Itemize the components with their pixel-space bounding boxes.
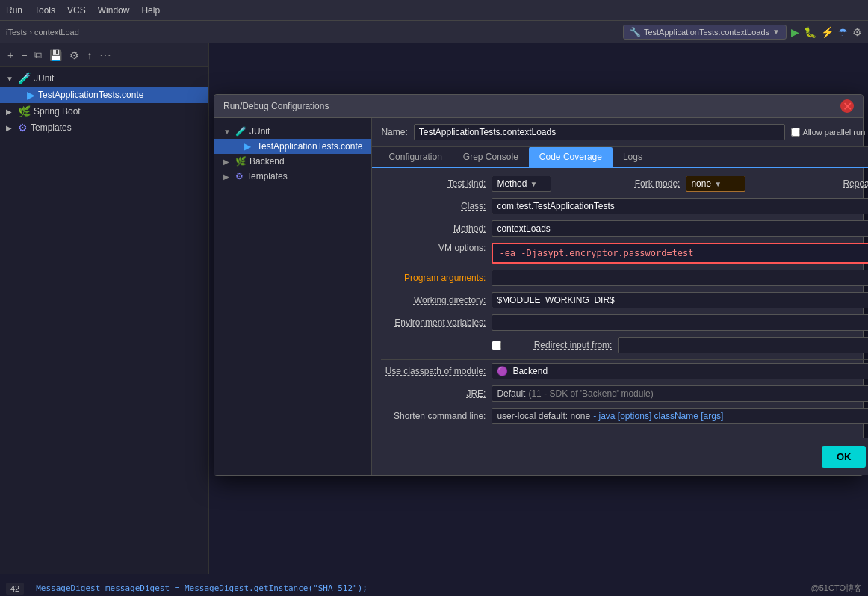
tree-area: ▼ 🧪 JUnit ▶ TestApplicationTests.conte ▶… xyxy=(0,67,208,574)
left-toolbar: + − ⧉ 💾 ⚙ ↑ ⋯ xyxy=(0,43,208,67)
shorten-cmdline-dropdown[interactable]: user-local default: none - java [options… xyxy=(492,408,868,424)
redirect-label: Redirect input from: xyxy=(507,340,612,350)
move-up-button[interactable]: ↑ xyxy=(85,48,93,63)
name-input[interactable] xyxy=(414,124,785,140)
run-config-selector[interactable]: 🔧 TestApplicationTests.contextLoads ▼ xyxy=(623,25,787,40)
classpath-label: Use classpath of module: xyxy=(381,366,486,376)
dlg-junit-label: JUnit xyxy=(249,126,270,137)
tab-logs[interactable]: Logs xyxy=(613,147,653,168)
add-button[interactable]: + xyxy=(6,48,15,63)
fork-mode-value: none xyxy=(691,179,711,189)
class-label: Class: xyxy=(381,201,486,211)
dlg-tree-templates[interactable]: ▶ ⚙ Templates xyxy=(214,169,371,184)
working-dir-input[interactable] xyxy=(492,292,868,308)
jre-row: JRE: Default (11 - SDK of 'Backend' modu… xyxy=(381,385,868,402)
redirect-input[interactable] xyxy=(618,337,868,353)
dlg-tree-test[interactable]: ▶ TestApplicationTests.conte xyxy=(214,139,371,154)
shorten-prefix: user-local default: none xyxy=(497,411,590,421)
status-bar: 42 MessageDigest messageDigest = Message… xyxy=(0,580,868,596)
save-button[interactable]: 💾 xyxy=(48,48,63,63)
junit-label: JUnit xyxy=(34,73,54,84)
status-site: @51CTO博客 xyxy=(811,583,862,594)
method-label: Method: xyxy=(381,223,486,234)
dlg-junit-arrow: ▼ xyxy=(223,128,232,136)
classpath-module-dropdown[interactable]: 🟣 Backend ▼ xyxy=(492,363,868,379)
working-dir-row: Working directory: + 📁 xyxy=(381,292,868,308)
fork-mode-label: Fork mode: xyxy=(575,179,680,189)
templates-arrow-icon: ▶ xyxy=(6,124,15,132)
shorten-detail: - java [options] className [args] xyxy=(593,411,723,421)
main-layout: + − ⧉ 💾 ⚙ ↑ ⋯ ▼ 🧪 JUnit ▶ TestApplicatio… xyxy=(0,43,868,574)
tab-configuration[interactable]: Configuration xyxy=(378,147,452,168)
ok-button[interactable]: OK xyxy=(822,446,867,468)
dlg-tree-junit[interactable]: ▼ 🧪 JUnit xyxy=(214,124,371,139)
vm-options-input[interactable] xyxy=(492,243,868,264)
method-input[interactable] xyxy=(492,220,868,237)
env-vars-row: Environment variables: $ xyxy=(381,314,868,331)
test-icon: ▶ xyxy=(27,89,35,101)
settings-icon[interactable]: ⚙ xyxy=(852,26,862,38)
menu-help[interactable]: Help xyxy=(141,5,160,16)
tree-item-templates[interactable]: ▶ ⚙ Templates xyxy=(0,119,208,136)
springboot-arrow-icon: ▶ xyxy=(6,108,15,116)
tab-code-coverage[interactable]: Code Coverage xyxy=(529,147,613,168)
test-kind-dropdown[interactable]: Method ▼ xyxy=(492,176,551,192)
class-row: Class: … xyxy=(381,198,868,214)
jre-dropdown[interactable]: Default (11 - SDK of 'Backend' module) ▼ xyxy=(492,385,868,402)
line-number: 42 xyxy=(6,583,24,595)
menu-run[interactable]: Run xyxy=(6,5,22,16)
dlg-tmpl-label: Templates xyxy=(247,171,288,181)
allow-parallel-label: Allow parallel run xyxy=(803,128,866,137)
tree-item-junit[interactable]: ▼ 🧪 JUnit xyxy=(0,70,208,87)
dlg-test-label: TestApplicationTests.conte xyxy=(254,141,362,152)
remove-button[interactable]: − xyxy=(19,48,28,63)
run-config-icon: 🔧 xyxy=(630,27,641,37)
program-args-input[interactable] xyxy=(492,270,868,286)
status-code-text: MessageDigest messageDigest = MessageDig… xyxy=(36,583,799,593)
jre-label: JRE: xyxy=(381,388,486,399)
profile-button[interactable]: ⚡ xyxy=(821,26,834,38)
tab-grep-console[interactable]: Grep Console xyxy=(453,147,529,168)
shorten-cmdline-row: Shorten command line: user-local default… xyxy=(381,408,868,424)
vm-input-container xyxy=(492,243,868,264)
dlg-junit-icon: 🧪 xyxy=(235,126,247,137)
tabs-row: Configuration Grep Console Code Coverage… xyxy=(372,147,868,168)
debug-button[interactable]: 🐛 xyxy=(804,26,816,38)
program-args-label: Program arguments: xyxy=(381,273,486,283)
dialog-overlay: Run/Debug Configurations ✕ ▼ 🧪 JUnit xyxy=(209,87,868,574)
repeat-label: Repeat: xyxy=(769,179,868,189)
redirect-checkbox[interactable] xyxy=(492,341,501,350)
working-dir-label: Working directory: xyxy=(381,295,486,305)
classpath-value: Backend xyxy=(512,366,548,376)
more-button[interactable]: ⋯ xyxy=(98,46,113,63)
coverage-button[interactable]: ☂ xyxy=(838,26,848,38)
class-input[interactable] xyxy=(492,198,868,214)
env-vars-input[interactable] xyxy=(492,314,868,331)
config-button[interactable]: ⚙ xyxy=(68,48,81,63)
dlg-sb-label: Backend xyxy=(249,156,285,167)
run-config-name: TestApplicationTests.contextLoads xyxy=(644,28,769,37)
vm-options-row: VM options: + ⤢ xyxy=(381,243,868,264)
dlg-sb-arrow: ▶ xyxy=(223,158,232,166)
left-panel: + − ⧉ 💾 ⚙ ↑ ⋯ ▼ 🧪 JUnit ▶ TestApplicatio… xyxy=(0,43,209,574)
tree-item-test-context[interactable]: ▶ TestApplicationTests.conte xyxy=(0,87,208,103)
allow-parallel-checkbox[interactable] xyxy=(791,128,800,137)
form-body: Test kind: Method ▼ Fork mode: none ▼ xyxy=(372,168,868,438)
test-kind-label: Test kind: xyxy=(381,179,486,189)
menu-vcs[interactable]: VCS xyxy=(67,5,86,16)
allow-parallel-option[interactable]: Allow parallel run xyxy=(791,128,866,137)
menu-tools[interactable]: Tools xyxy=(34,5,55,16)
name-label: Name: xyxy=(381,127,407,137)
menu-window[interactable]: Window xyxy=(98,5,130,16)
dlg-tree-springboot[interactable]: ▶ 🌿 Backend xyxy=(214,154,371,169)
dialog-footer: OK Cancel Apply xyxy=(372,438,868,475)
copy-button[interactable]: ⧉ xyxy=(33,47,43,63)
tree-item-springboot[interactable]: ▶ 🌿 Spring Boot xyxy=(0,103,208,119)
redirect-row: Redirect input from: + 📁 xyxy=(381,337,868,353)
templates-label: Templates xyxy=(31,122,72,133)
fork-mode-dropdown[interactable]: none ▼ xyxy=(686,176,745,192)
dialog-close-button[interactable]: ✕ xyxy=(840,99,854,113)
run-button[interactable]: ▶ xyxy=(791,26,799,38)
jre-detail-label: (11 - SDK of 'Backend' module) xyxy=(528,388,653,399)
springboot-icon: 🌿 xyxy=(18,105,31,117)
